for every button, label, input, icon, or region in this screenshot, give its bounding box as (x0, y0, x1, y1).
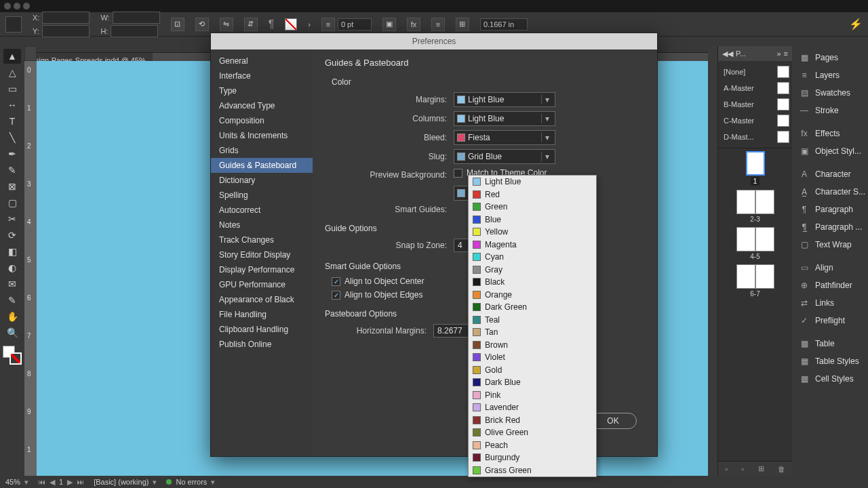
bleed-dropdown[interactable]: Fiesta ▾ (454, 130, 555, 145)
hand-tool[interactable]: ✋ (3, 309, 21, 324)
color-option-blue[interactable]: Blue (469, 214, 596, 226)
panel-pages[interactable]: ▦Pages (792, 49, 868, 66)
color-option-peach[interactable]: Peach (469, 439, 596, 452)
max-dot[interactable] (23, 3, 30, 9)
panel-collapse-icon[interactable]: ◀◀ (722, 49, 733, 58)
flip-v-icon[interactable]: ⇵ (244, 18, 258, 31)
spread-thumb[interactable] (736, 227, 774, 251)
vertical-ruler[interactable]: 01234567891 (24, 61, 37, 476)
pref-category-advanced-type[interactable]: Advanced Type (211, 98, 313, 113)
align-center-checkbox[interactable]: ✓ (332, 277, 340, 286)
color-option-grass-green[interactable]: Grass Green (469, 464, 596, 477)
color-option-green[interactable]: Green (469, 201, 596, 214)
color-option-yellow[interactable]: Yellow (469, 226, 596, 239)
page-tool[interactable]: ▭ (3, 81, 21, 96)
note-tool[interactable]: ✉ (3, 277, 21, 291)
pref-category-dictionary[interactable]: Dictionary (211, 173, 313, 188)
panel-table[interactable]: ▦Table (792, 335, 868, 352)
panel-align[interactable]: ▭Align (792, 259, 868, 277)
color-option-brick-red[interactable]: Brick Red (469, 414, 596, 427)
master-d-mast-[interactable]: D-Mast... (721, 129, 789, 145)
panel-stroke[interactable]: —Stroke (792, 102, 868, 119)
pref-category-grids[interactable]: Grids (211, 143, 313, 158)
align-icon[interactable]: ≡ (431, 18, 445, 31)
master-c-master[interactable]: C-Master (721, 113, 789, 129)
next-page-icon[interactable]: ▶ (67, 478, 73, 487)
color-option-tan[interactable]: Tan (469, 326, 596, 339)
spread-thumb[interactable] (736, 190, 774, 214)
panel-character[interactable]: ACharacter (792, 165, 868, 183)
pref-category-clipboard-handling[interactable]: Clipboard Handling (211, 322, 313, 337)
pref-category-spelling[interactable]: Spelling (211, 188, 313, 203)
color-option-light-blue[interactable]: Light Blue (469, 176, 596, 188)
pref-category-track-changes[interactable]: Track Changes (211, 232, 313, 247)
pref-category-appearance-of-black[interactable]: Appearance of Black (211, 292, 313, 307)
first-page-icon[interactable]: ⏮ (38, 478, 45, 486)
pref-category-interface[interactable]: Interface (211, 68, 313, 83)
color-option-gold[interactable]: Gold (469, 364, 596, 377)
gradient-swatch-tool[interactable]: ◧ (3, 244, 21, 259)
profile-dropdown-icon[interactable]: ▾ (153, 478, 157, 487)
match-theme-checkbox[interactable] (454, 169, 462, 178)
zoom-dropdown-icon[interactable]: ▾ (24, 478, 28, 487)
pref-category-gpu-performance[interactable]: GPU Performance (211, 277, 313, 292)
rectangle-tool[interactable]: ▢ (3, 195, 21, 210)
zoom-value[interactable]: 45% (5, 478, 20, 486)
panel-preflight[interactable]: ✓Preflight (792, 312, 868, 329)
pref-category-guides-pasteboard[interactable]: Guides & Pasteboard (211, 158, 313, 173)
free-transform-tool[interactable]: ⟳ (3, 228, 21, 243)
w-input[interactable] (113, 12, 160, 24)
h-input[interactable] (111, 25, 158, 37)
pref-category-composition[interactable]: Composition (211, 113, 313, 128)
vertical-scrollbar[interactable] (708, 46, 717, 476)
panel-layers[interactable]: ≡Layers (792, 66, 868, 84)
line-tool[interactable]: ╲ (3, 130, 21, 145)
footer-icon[interactable]: ▫ (741, 465, 744, 473)
panel-flyout-icon[interactable]: ≡ (784, 49, 788, 58)
constrain-icon[interactable]: ⊡ (171, 18, 184, 31)
zoom-tool[interactable]: 🔍 (3, 325, 21, 340)
panel-pathfinder[interactable]: ⊕Pathfinder (792, 277, 868, 294)
color-option-orange[interactable]: Orange (469, 289, 596, 302)
ruler-origin[interactable] (24, 46, 37, 61)
y-input[interactable] (42, 25, 90, 37)
color-option-olive-green[interactable]: Olive Green (469, 426, 596, 439)
panel-object-styl-[interactable]: ▣Object Styl... (792, 142, 868, 160)
footer-icon[interactable]: ▫ (725, 465, 728, 473)
spread-thumb[interactable] (736, 264, 774, 289)
type-tool[interactable]: T (3, 114, 21, 129)
gap-tool[interactable]: ↔ (3, 98, 21, 113)
page-number[interactable]: 1 (59, 478, 63, 486)
align-edges-checkbox[interactable]: ✓ (332, 291, 340, 300)
direct-selection-tool[interactable]: △ (3, 65, 21, 80)
errors-dropdown-icon[interactable]: ▾ (211, 478, 215, 487)
prev-page-icon[interactable]: ◀ (50, 478, 55, 487)
pref-category-units-increments[interactable]: Units & Increments (211, 128, 313, 143)
color-option-brown[interactable]: Brown (469, 339, 596, 352)
x-input[interactable] (42, 12, 90, 24)
panel-character-s-[interactable]: A̲Character S... (792, 183, 868, 201)
fill-none-icon[interactable] (285, 18, 297, 30)
master-a-master[interactable]: A-Master (721, 80, 789, 96)
color-option-gray[interactable]: Gray (469, 264, 596, 277)
pref-category-publish-online[interactable]: Publish Online (211, 337, 313, 352)
rotate-icon[interactable]: ⟲ (195, 18, 209, 31)
pref-category-type[interactable]: Type (211, 83, 313, 98)
pref-category-notes[interactable]: Notes (211, 218, 313, 232)
close-dot[interactable] (4, 3, 11, 9)
eyedropper-tool[interactable]: ✎ (3, 293, 21, 308)
panel-menu-icon[interactable]: » (776, 49, 781, 58)
scissors-tool[interactable]: ✂ (3, 211, 21, 226)
panel-text-wrap[interactable]: ▢Text Wrap (792, 236, 868, 253)
columns-dropdown[interactable]: Light Blue ▾ (454, 111, 555, 126)
panel-paragraph-[interactable]: ¶̲Paragraph ... (792, 218, 868, 236)
pref-category-display-performance[interactable]: Display Performance (211, 262, 313, 277)
selection-tool[interactable]: ▲ (3, 49, 21, 64)
panel-effects[interactable]: fxEffects (792, 125, 868, 142)
pref-category-general[interactable]: General (211, 54, 313, 68)
color-option-teal[interactable]: Teal (469, 314, 596, 327)
pref-category-file-handling[interactable]: File Handling (211, 307, 313, 322)
text-wrap-icon[interactable]: ▣ (382, 18, 396, 31)
fill-stroke-indicator[interactable] (3, 346, 22, 365)
color-option-red[interactable]: Red (469, 188, 596, 201)
